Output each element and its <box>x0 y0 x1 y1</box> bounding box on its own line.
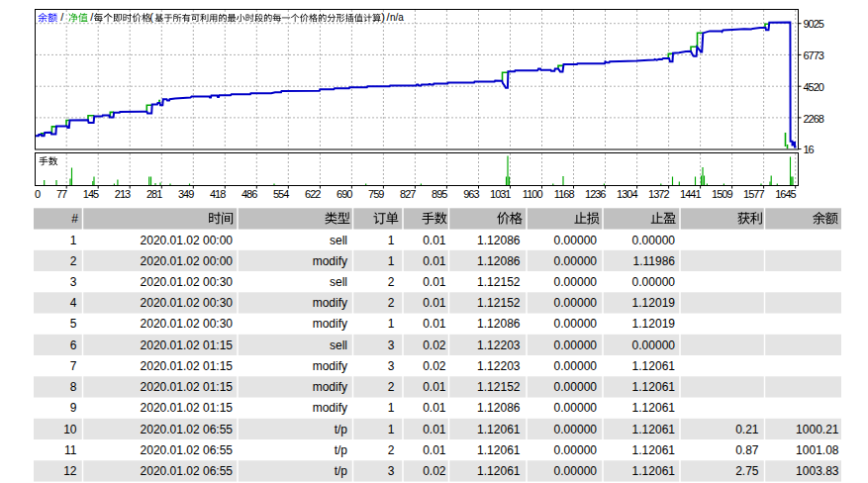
svg-text:2020.01.02 06:55: 2020.01.02 06:55 <box>141 443 234 457</box>
svg-text:1.12019: 1.12019 <box>632 317 676 331</box>
svg-text:1.12203: 1.12203 <box>477 359 521 373</box>
svg-text:1.12061: 1.12061 <box>477 423 521 436</box>
svg-text:1372: 1372 <box>648 188 669 200</box>
svg-text:145: 145 <box>83 188 99 200</box>
svg-text:0.02: 0.02 <box>423 338 446 352</box>
svg-text:2020.01.02 00:00: 2020.01.02 00:00 <box>141 254 234 268</box>
svg-text:3: 3 <box>388 359 395 373</box>
svg-text:281: 281 <box>146 188 162 200</box>
svg-text:modify: modify <box>313 317 347 331</box>
svg-text:0.00000: 0.00000 <box>554 338 598 352</box>
svg-text:1001.08: 1001.08 <box>796 443 839 457</box>
svg-text:1.12061: 1.12061 <box>632 464 676 478</box>
svg-text:0.00000: 0.00000 <box>632 234 676 247</box>
svg-text:3: 3 <box>388 464 395 478</box>
svg-text:6: 6 <box>70 338 77 352</box>
svg-text:1.12086: 1.12086 <box>477 317 521 331</box>
svg-text:modify: modify <box>313 401 347 415</box>
svg-text:t/p: t/p <box>335 443 348 457</box>
svg-text:#: # <box>71 212 78 226</box>
svg-text:1304: 1304 <box>617 188 637 200</box>
svg-text:690: 690 <box>337 188 352 200</box>
svg-text:963: 963 <box>463 188 479 200</box>
svg-text:1.12019: 1.12019 <box>632 296 676 310</box>
svg-text:0.01: 0.01 <box>423 380 446 394</box>
svg-text:1441: 1441 <box>680 188 701 200</box>
svg-text:0.00000: 0.00000 <box>632 275 676 289</box>
svg-text:2020.01.02 06:55: 2020.01.02 06:55 <box>141 423 234 436</box>
svg-text:1.12061: 1.12061 <box>632 401 676 415</box>
svg-text:827: 827 <box>400 188 416 200</box>
svg-text:1.11986: 1.11986 <box>633 254 676 268</box>
svg-text:1509: 1509 <box>712 188 732 200</box>
svg-text:1.12061: 1.12061 <box>632 359 676 373</box>
svg-text:622: 622 <box>305 188 321 200</box>
svg-text:0.87: 0.87 <box>735 443 759 457</box>
svg-text:1577: 1577 <box>743 188 764 200</box>
svg-text:5: 5 <box>70 317 77 331</box>
svg-text:9025: 9025 <box>804 18 824 30</box>
svg-text:t/p: t/p <box>335 464 348 478</box>
svg-text:2: 2 <box>70 254 77 268</box>
svg-text:0.01: 0.01 <box>423 423 446 436</box>
svg-text:0.02: 0.02 <box>423 464 446 478</box>
svg-text:1.12086: 1.12086 <box>477 254 521 268</box>
svg-text:1: 1 <box>388 254 395 268</box>
svg-text:0.01: 0.01 <box>423 254 446 268</box>
svg-text:(: ( <box>149 11 153 23</box>
svg-text:12: 12 <box>63 464 77 478</box>
svg-text:2268: 2268 <box>804 113 824 125</box>
svg-text:213: 213 <box>115 188 131 200</box>
svg-text:6773: 6773 <box>804 49 824 61</box>
svg-text:2: 2 <box>388 275 395 289</box>
svg-text:349: 349 <box>178 188 194 200</box>
svg-text:n/a: n/a <box>390 12 404 23</box>
svg-text:1.12061: 1.12061 <box>632 443 676 457</box>
svg-text:2: 2 <box>388 380 395 394</box>
svg-text:0: 0 <box>35 188 41 200</box>
svg-text:2: 2 <box>388 443 395 457</box>
svg-text:modify: modify <box>313 254 347 268</box>
svg-text:8: 8 <box>70 380 77 394</box>
svg-text:1000.21: 1000.21 <box>796 423 839 436</box>
svg-text:0.01: 0.01 <box>423 275 446 289</box>
svg-text:0.00000: 0.00000 <box>554 317 598 331</box>
svg-text:modify: modify <box>313 380 347 394</box>
svg-text:1645: 1645 <box>775 188 796 200</box>
svg-text:2020.01.02 01:15: 2020.01.02 01:15 <box>141 338 234 352</box>
svg-text:0.02: 0.02 <box>423 359 446 373</box>
svg-text:sell: sell <box>330 234 347 247</box>
svg-text:sell: sell <box>330 338 347 352</box>
svg-text:1: 1 <box>388 317 395 331</box>
svg-text:0.01: 0.01 <box>423 234 446 247</box>
svg-text:2020.01.02 00:30: 2020.01.02 00:30 <box>141 317 234 331</box>
svg-text:1: 1 <box>70 234 77 247</box>
svg-text:2020.01.02 01:15: 2020.01.02 01:15 <box>141 359 234 373</box>
svg-text:modify: modify <box>313 296 347 310</box>
svg-text:1.12086: 1.12086 <box>477 234 521 247</box>
svg-text:0.00000: 0.00000 <box>554 423 598 436</box>
svg-text:1: 1 <box>388 401 395 415</box>
svg-text:2020.01.02 00:30: 2020.01.02 00:30 <box>141 296 234 310</box>
svg-text:1168: 1168 <box>554 188 575 200</box>
svg-text:2: 2 <box>388 296 395 310</box>
svg-text:759: 759 <box>368 188 384 200</box>
svg-text:2.75: 2.75 <box>735 464 759 478</box>
svg-text:0.00000: 0.00000 <box>554 464 598 478</box>
svg-text:sell: sell <box>330 275 347 289</box>
svg-text:0.00000: 0.00000 <box>554 296 598 310</box>
svg-text:2020.01.02 00:30: 2020.01.02 00:30 <box>141 275 234 289</box>
svg-text:0.00000: 0.00000 <box>554 234 598 247</box>
svg-text:9: 9 <box>70 401 77 415</box>
svg-text:1031: 1031 <box>490 188 511 200</box>
svg-text:3: 3 <box>70 275 77 289</box>
svg-text:554: 554 <box>273 188 289 200</box>
svg-text:7: 7 <box>70 359 77 373</box>
svg-text:0.21: 0.21 <box>735 423 759 436</box>
svg-text:): ) <box>381 11 385 23</box>
svg-text:0.00000: 0.00000 <box>554 380 598 394</box>
svg-text:418: 418 <box>210 188 226 200</box>
svg-text:2020.01.02 00:00: 2020.01.02 00:00 <box>141 234 234 247</box>
svg-text:modify: modify <box>313 359 347 373</box>
svg-text:1236: 1236 <box>585 188 606 200</box>
